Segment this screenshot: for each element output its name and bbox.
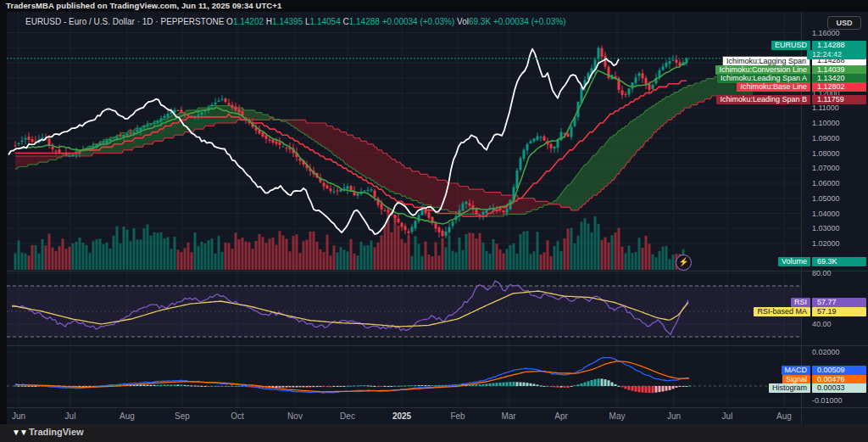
ohlc-values: O1.14202 H1.14395 L1.14054 C1.14288 — [226, 17, 380, 26]
volume-value: 69.3K — [469, 17, 491, 26]
indicator-label-macd: MACD 0.00509 — [782, 366, 867, 375]
indicator-label-histogram: Histogram 0.00033 — [769, 383, 866, 393]
time-tick: Apr — [554, 411, 568, 421]
rsi-tick: 80.00 — [812, 269, 832, 277]
currency-toggle-button[interactable]: USD — [827, 16, 861, 30]
rsi-tick: 40.00 — [812, 320, 832, 328]
indicator-label-ichimoku-leading-span-b: Ichimoku:Leading Span B 1.11759 — [716, 95, 866, 104]
tradingview-brand[interactable]: TradingView — [29, 427, 84, 437]
time-tick: Nov — [287, 411, 303, 421]
time-tick: May — [609, 411, 626, 421]
time-tick: Jun — [667, 411, 681, 421]
time-tick: 2025 — [392, 411, 411, 421]
indicator-label-eurusd: EURUSD 1.14288 — [771, 41, 866, 50]
macd-tick: -0.01000 — [812, 396, 843, 405]
volume-change: +0.00034 (+0.03%) — [493, 17, 566, 26]
price-tick: 1.07000 — [812, 164, 840, 172]
price-tick: 1.05000 — [812, 194, 840, 203]
indicator-label-ichimoku-base-line: Ichimoku:Base Line 1.12802 — [737, 82, 866, 92]
indicator-label-volume: Volume 69.3K — [778, 257, 866, 266]
symbol-legend[interactable]: EURUSD - Euro / U.S. Dollar · 1D · PEPPE… — [25, 17, 566, 26]
time-tick: Jul — [65, 411, 76, 421]
price-tick: 1.06000 — [812, 179, 840, 187]
time-tick: Aug — [776, 411, 792, 421]
price-tick: 1.04000 — [812, 210, 840, 218]
macd-tick: 0.02000 — [812, 348, 840, 356]
time-tick: Aug — [120, 411, 135, 421]
price-tick: 1.08000 — [812, 149, 840, 158]
change-value: +0.00034 (+0.03%) — [382, 17, 455, 26]
price-tick: 1.11000 — [812, 104, 839, 112]
price-tick: 1.02000 — [812, 239, 840, 248]
rsi-pane — [7, 281, 801, 337]
time-tick: Dec — [340, 411, 355, 421]
time-tick: Oct — [231, 411, 244, 421]
time-tick: Jun — [12, 411, 25, 421]
indicator-label-rsi-based-ma: RSI-based MA 57.19 — [754, 307, 866, 316]
price-tick: 1.09000 — [812, 134, 840, 143]
time-tick: Mar — [501, 411, 515, 421]
symbol-title: EURUSD - Euro / U.S. Dollar · 1D · PEPPE… — [25, 17, 224, 26]
indicator-label-rsi: RSI 57.77 — [791, 298, 866, 307]
price-tick: 1.03000 — [812, 224, 840, 232]
footer-bar: ▼▼ TradingView — [0, 424, 868, 442]
lightning-button[interactable]: ⚡ — [676, 255, 692, 271]
time-tick: Feb — [450, 411, 465, 421]
time-tick: Sep — [175, 411, 190, 421]
tradingview-screenshot: TradersMBA published on TradingView.com,… — [0, 0, 868, 442]
time-tick: Jul — [722, 411, 733, 421]
bar-countdown: 12:24:42 — [807, 50, 866, 59]
price-tick: 1.16000 — [812, 29, 840, 37]
volume-key: Vol — [457, 17, 469, 26]
price-tick: 1.10000 — [812, 119, 840, 127]
tradingview-logo-icon: ▼▼ — [12, 428, 27, 437]
